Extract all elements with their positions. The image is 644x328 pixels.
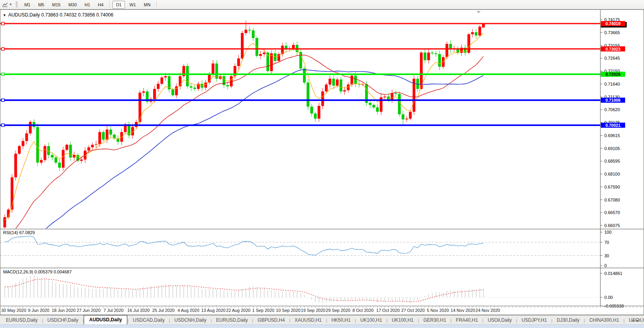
chart-window[interactable]: 0.741750.736650.731550.726450.721500.716… (0, 9, 644, 315)
macd-signal-line (5, 279, 483, 302)
ma-line-mid (5, 55, 483, 240)
timeframe-toolbar: ▼ M1M5M15M30H1H4D1W1MN (0, 0, 644, 9)
status-strip (0, 324, 644, 328)
chart-tab-hk50-h1[interactable]: HK50,H1 (327, 316, 355, 324)
svg-text:0.67590: 0.67590 (604, 185, 620, 189)
hline-handle[interactable] (2, 124, 4, 126)
chart-tab-usoil-daily[interactable]: USOil,Daily (483, 316, 516, 324)
svg-text:0.66570: 0.66570 (604, 210, 620, 215)
chart-window-border (0, 10, 644, 315)
date-label: 22 Aug 2020 (226, 308, 251, 313)
toolbar-grip-handle[interactable] (16, 2, 18, 7)
date-label: 16 Jul 2020 (127, 308, 150, 313)
date-label: 17 Oct 2020 (376, 308, 400, 313)
rsi-panel: 10070300 (0, 230, 611, 268)
chart-shift-marker-icon[interactable] (477, 11, 481, 13)
rsi-line (5, 236, 483, 255)
svg-text:100: 100 (604, 230, 611, 235)
svg-text:0.00: 0.00 (604, 295, 613, 300)
chart-tab-eurusd-daily[interactable]: EURUSD,Daily (2, 316, 42, 324)
svg-text:0.68595: 0.68595 (604, 159, 620, 163)
price-chart-canvas[interactable]: 0.741750.736650.731550.726450.721500.716… (0, 9, 644, 315)
macd-values: 0.005379 0.004687 (34, 269, 72, 274)
chart-tab-audusd-daily[interactable]: AUDUSD,Daily (84, 315, 127, 324)
timeframe-button-m1[interactable]: M1 (21, 1, 34, 9)
macd-panel: 0.0148610.00-0.005938 (0, 271, 624, 308)
date-label: 18 Jun 2020 (52, 308, 76, 313)
moving-average-lines (5, 33, 483, 268)
hline-handle[interactable] (2, 99, 4, 102)
timeframe-button-d1[interactable]: D1 (112, 1, 125, 9)
date-label: 29 Sep 2020 (326, 308, 350, 313)
chart-tab-eurusd-daily[interactable]: EURUSD,Daily (212, 316, 252, 324)
hline-handle[interactable] (2, 48, 4, 50)
date-label: 10 Sep 2020 (276, 308, 300, 313)
date-label: 30 May 2020 (1, 308, 26, 313)
date-label: 24 Nov 2020 (475, 308, 500, 313)
svg-text:0.70021: 0.70021 (605, 123, 620, 128)
rsi-value: 67.0829 (19, 230, 35, 235)
chart-tab-ger30-h1[interactable]: GER30,H1 (419, 316, 450, 324)
chart-tab-china300-h1[interactable]: CHINA300,H1 (585, 316, 624, 324)
chart-title: ▼AUDUSD,Daily 0.73863 0.74032 0.73856 0.… (3, 12, 113, 18)
timeframe-button-m15[interactable]: M15 (48, 1, 64, 9)
macd-name: MACD(12,26,9) (3, 269, 33, 274)
date-label: 8 Oct 2020 (352, 308, 374, 313)
mt4-terminal: { "toolbar": { "timeframes": ["M1","M5",… (0, 0, 644, 328)
svg-text:0.68100: 0.68100 (604, 172, 620, 176)
date-label: 25 Jul 2020 (152, 308, 175, 313)
svg-text:0.72645: 0.72645 (604, 56, 620, 60)
timeframe-button-mn[interactable]: MN (140, 1, 154, 9)
tab-scroll-left-icon[interactable]: ◂ (632, 319, 637, 323)
svg-text:0.72026: 0.72026 (605, 72, 620, 77)
chart-tab-usdjpy-h1[interactable]: USDJPY,H1 (517, 316, 551, 324)
chart-tab-gbpusd-h4[interactable]: GBPUSD,H4 (253, 316, 289, 324)
timeframe-button-m30[interactable]: M30 (65, 1, 80, 9)
date-label: 5 Nov 2020 (427, 308, 449, 313)
svg-text:30: 30 (604, 253, 609, 258)
hline-handle[interactable] (2, 22, 4, 25)
tab-scroll-right-icon[interactable]: ▸ (637, 319, 642, 323)
tab-scroll-arrows: ◂▸ (632, 319, 642, 323)
timeframe-button-h4[interactable]: H4 (94, 1, 107, 9)
horizontal-level-lines[interactable]: 0.740190.730230.720260.710060.70021 (0, 21, 627, 128)
chart-tab-xauusd-h1[interactable]: XAUUSD,H1 (290, 316, 326, 324)
timeframe-buttons: M1M5M15M30H1H4D1W1MN (20, 0, 159, 9)
rsi-name: RSI(14) (3, 230, 18, 235)
chart-tab-uk100-h1[interactable]: UK100,H1 (387, 316, 418, 324)
timeframe-button-m5[interactable]: M5 (35, 1, 48, 9)
macd-histogram (5, 275, 483, 303)
date-label: 27 Jun 2020 (77, 308, 101, 313)
chart-tab-usdchf-daily[interactable]: USDCHF,Daily (43, 316, 83, 324)
date-label: 13 Aug 2020 (201, 308, 226, 313)
chart-tab-uk100-h1[interactable]: UK100,H1 (356, 316, 386, 324)
svg-text:0.014861: 0.014861 (604, 271, 622, 276)
date-label: 14 Nov 2020 (451, 308, 475, 313)
chart-tab-usdcnh-daily[interactable]: USDCNH,Daily (170, 316, 211, 324)
hline-handle[interactable] (2, 73, 4, 76)
chart-tab-usdcad-daily[interactable]: USDCAD,Daily (128, 316, 169, 324)
chart-symbol-label: AUDUSD,Daily (8, 12, 40, 18)
svg-text:0.69105: 0.69105 (604, 146, 620, 151)
chart-tab-fra40-h1[interactable]: FRA40,H1 (451, 316, 482, 324)
ma-line-fast (5, 33, 483, 220)
chart-ohlc-values: 0.73863 0.74032 0.73856 0.74006 (41, 12, 114, 18)
svg-text:0.71006: 0.71006 (605, 98, 620, 103)
svg-text:0.73023: 0.73023 (605, 47, 620, 51)
svg-text:0.74019: 0.74019 (605, 21, 620, 26)
title-caret-icon[interactable]: ▼ (3, 13, 6, 17)
svg-text:0: 0 (604, 263, 607, 268)
chart-tool-button[interactable]: ▼ (0, 2, 14, 8)
timeframe-button-w1[interactable]: W1 (126, 1, 139, 9)
svg-text:0.67080: 0.67080 (604, 198, 620, 202)
chart-tool-icon (2, 2, 8, 8)
timeframe-button-h1[interactable]: H1 (81, 1, 94, 9)
rsi-indicator-label: RSI(14) 67.0829 (3, 230, 35, 235)
chart-tabs: EURUSD,Daily|USDCHF,Daily|AUDUSD,Daily|U… (2, 315, 644, 324)
chart-tab-dj30-daily[interactable]: DJ30,Daily (552, 316, 584, 324)
dropdown-caret-icon[interactable]: ▼ (9, 3, 12, 6)
time-axis[interactable]: 30 May 20209 Jun 202018 Jun 202027 Jun 2… (0, 306, 644, 313)
date-label: 27 Oct 2020 (401, 308, 425, 313)
macd-indicator-label: MACD(12,26,9) 0.005379 0.004687 (3, 269, 72, 274)
svg-text:0.70620: 0.70620 (604, 107, 620, 112)
